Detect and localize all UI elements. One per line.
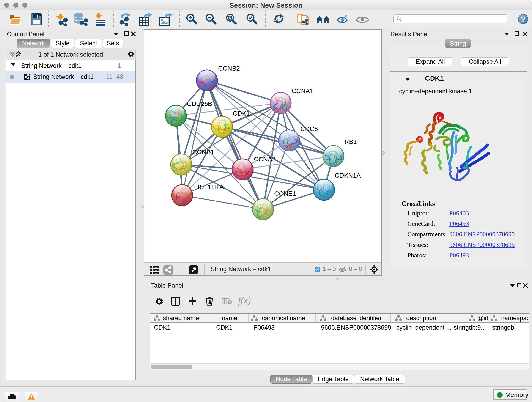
svg-text:CCNA2: CCNA2 (254, 156, 276, 163)
svg-text:CCNB1: CCNB1 (192, 148, 214, 156)
svg-text:CDK1: CDK1 (233, 110, 250, 117)
svg-text:HIST1H1A: HIST1H1A (193, 183, 224, 191)
svg-text:CCNE1: CCNE1 (274, 190, 296, 197)
svg-text:CDC25B: CDC25B (187, 100, 212, 107)
svg-text:CCNB2: CCNB2 (218, 65, 240, 72)
svg-text:CDKN1A: CDKN1A (335, 172, 361, 179)
svg-text:CDC6: CDC6 (300, 125, 318, 133)
svg-text:?: ? (521, 15, 525, 23)
svg-text:CCNA1: CCNA1 (292, 87, 313, 95)
svg-text:RB1: RB1 (344, 138, 357, 145)
